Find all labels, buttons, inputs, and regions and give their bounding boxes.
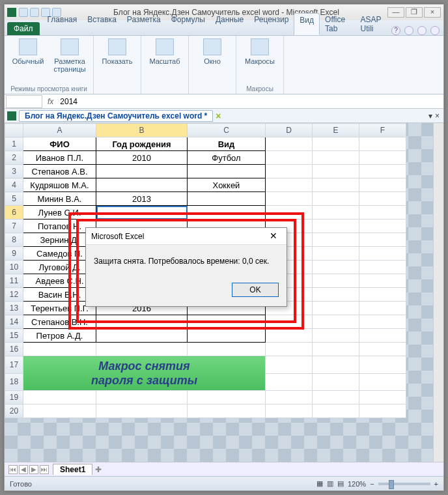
cell[interactable] [359,274,406,288]
cell-fio[interactable]: Петров А.Д. [23,329,96,343]
show-button[interactable]: Показать [99,38,135,65]
cell-year[interactable] [96,178,188,192]
cell[interactable] [266,329,313,343]
formula-input[interactable]: 2014 [57,97,443,106]
fx-icon[interactable]: fx [44,97,57,106]
cell-sport[interactable] [188,165,266,178]
cell[interactable] [313,315,359,329]
close-button[interactable]: × [424,7,441,18]
row-header[interactable]: 19 [5,391,23,404]
row-header[interactable]: 5 [5,192,23,206]
cell[interactable] [313,261,359,274]
row-header[interactable]: 15 [5,329,23,343]
qat-undo-icon[interactable] [30,8,39,17]
qat-save-icon[interactable] [19,8,28,17]
cell[interactable] [188,343,266,356]
sheet-nav-prev-icon[interactable]: ◀ [19,465,28,474]
cell[interactable] [266,165,313,178]
ribbon-tab-8[interactable]: ASAP Utili [355,13,391,35]
row-header[interactable]: 12 [5,288,23,302]
cell[interactable] [266,151,313,165]
cell[interactable] [359,373,406,391]
row-header[interactable]: 1 [5,137,23,151]
cell-sport[interactable]: Футбол [188,151,266,165]
cell[interactable] [313,288,359,302]
ribbon-tab-5[interactable]: Рецензир [249,13,294,35]
name-box[interactable] [6,95,42,108]
cell[interactable] [313,151,359,165]
sheet-nav-last-icon[interactable]: ⏭ [40,465,49,474]
cell[interactable] [23,404,96,418]
cell-year[interactable]: 2010 [96,151,188,165]
sheet-nav-first-icon[interactable]: ⏮ [8,465,18,474]
cell[interactable] [23,391,96,404]
row-header[interactable]: 13 [5,302,23,315]
cell[interactable] [313,329,359,343]
cell[interactable] [313,206,359,219]
row-header[interactable]: 14 [5,315,23,329]
ribbon-tab-7[interactable]: Office Tab [320,13,355,35]
cell[interactable] [313,192,359,206]
view-normal-icon[interactable]: ▦ [316,479,323,488]
file-tab[interactable]: Файл [7,22,40,35]
cell[interactable] [313,178,359,192]
cell[interactable] [266,178,313,192]
cell[interactable] [359,178,406,192]
window-button[interactable]: Окно [194,38,231,65]
cell[interactable] [96,391,188,404]
column-header[interactable]: D [266,124,313,137]
zoom-out-icon[interactable]: − [370,480,374,488]
cell[interactable] [313,391,359,404]
column-header[interactable]: E [313,124,359,137]
dialog-ok-button[interactable]: OK [232,283,279,297]
view-page-icon[interactable]: ▥ [327,479,333,488]
mdi-close-icon[interactable] [430,26,440,35]
cell[interactable] [359,288,406,302]
ribbon-tab-2[interactable]: Разметка [122,13,166,35]
row-header[interactable]: 8 [5,233,23,247]
cell[interactable] [266,391,313,404]
cell[interactable] [96,343,188,356]
row-header[interactable]: 4 [5,178,23,192]
ribbon-tab-0[interactable]: Главная [42,13,83,35]
ribbon-tab-1[interactable]: Вставка [82,13,122,35]
row-header[interactable]: 9 [5,247,23,261]
ribbon-tab-6[interactable]: Вид [294,13,320,35]
cell[interactable] [359,165,406,178]
row-header[interactable]: 11 [5,274,23,288]
select-all-corner[interactable] [5,124,23,137]
cell[interactable] [359,404,406,418]
cell[interactable] [23,343,96,356]
view-break-icon[interactable]: ▤ [337,479,344,488]
cell[interactable] [313,404,359,418]
cell[interactable] [359,356,406,374]
cell[interactable] [266,356,313,374]
zoom-button[interactable]: Масштаб [147,38,183,65]
normal-view-button[interactable]: Обычный [10,38,46,73]
cell[interactable] [359,206,406,219]
cell[interactable] [313,219,359,233]
ribbon-tab-4[interactable]: Данные [210,13,249,35]
cell[interactable] [313,343,359,356]
cell[interactable] [313,302,359,315]
column-header[interactable]: A [23,124,96,137]
cell-sport[interactable] [188,329,266,343]
vertical-scrollbar[interactable] [433,123,443,462]
column-header[interactable]: F [359,124,406,137]
cell[interactable] [313,233,359,247]
row-header[interactable]: 16 [5,343,23,356]
cell[interactable] [359,302,406,315]
header-cell[interactable]: ФИО [23,137,96,151]
row-header[interactable]: 10 [5,261,23,274]
cell-year[interactable]: 2013 [96,192,188,206]
cell[interactable] [266,192,313,206]
cell-year[interactable] [96,329,188,343]
ribbon-minimize-icon[interactable] [404,26,413,35]
workbook-tab[interactable]: Блог на Яндекс.Дзен Самоучитель excel wo… [19,110,213,122]
mdi-restore-icon[interactable] [417,26,427,35]
cell[interactable] [188,391,266,404]
row-header[interactable]: 18 [5,373,23,391]
zoom-slider[interactable] [378,483,430,485]
ribbon-tab-3[interactable]: Формулы [166,13,210,35]
cell[interactable] [359,391,406,404]
